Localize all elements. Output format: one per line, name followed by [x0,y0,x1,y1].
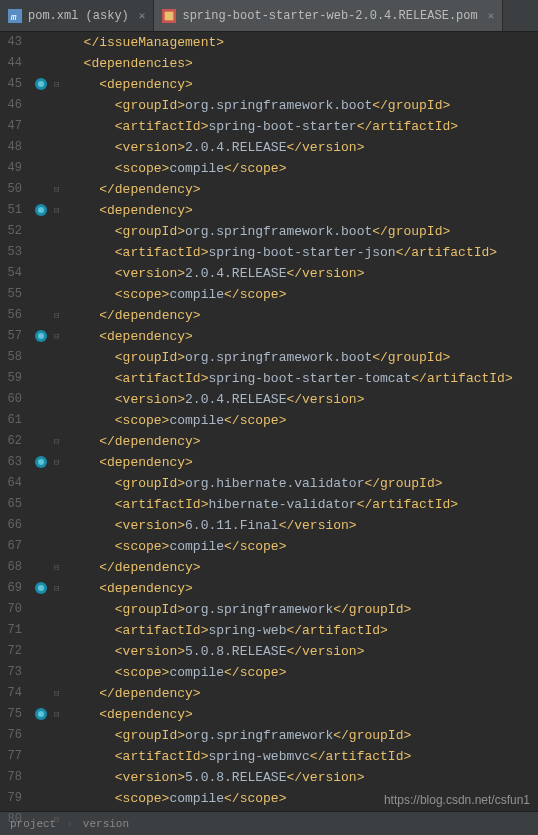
line-number: 45 [0,74,22,95]
line-number: 65 [0,494,22,515]
code-line[interactable]: </dependency> [68,557,538,578]
close-icon[interactable]: ✕ [488,9,495,22]
line-number: 72 [0,641,22,662]
code-line[interactable]: <dependency> [68,74,538,95]
line-number: 59 [0,368,22,389]
code-line[interactable]: <dependency> [68,578,538,599]
line-number: 44 [0,53,22,74]
code-line[interactable]: <artifactId>spring-boot-starter-tomcat</… [68,368,538,389]
line-number: 79 [0,788,22,809]
svg-point-13 [38,585,44,591]
fold-icon[interactable]: ⊟ [54,310,64,320]
dependency-icon[interactable] [34,203,48,217]
line-number-gutter: 4344454647484950515253545556575859606162… [0,32,28,811]
line-number: 57 [0,326,22,347]
breadcrumb-item[interactable]: version [83,818,129,830]
code-area[interactable]: </issueManagement> <dependencies> <depen… [68,32,538,811]
code-line[interactable]: </dependency> [68,431,538,452]
code-line[interactable]: </dependency> [68,179,538,200]
dependency-icon[interactable] [34,455,48,469]
line-number: 52 [0,221,22,242]
dependency-icon[interactable] [34,581,48,595]
fold-icon[interactable]: ⊟ [54,457,64,467]
close-icon[interactable]: ✕ [139,9,146,22]
code-line[interactable]: <dependency> [68,326,538,347]
code-line[interactable]: <dependency> [68,704,538,725]
svg-rect-3 [165,11,174,20]
svg-point-15 [38,711,44,717]
code-line[interactable]: <groupId>org.springframework.boot</group… [68,95,538,116]
code-line[interactable]: <version>2.0.4.RELEASE</version> [68,137,538,158]
line-number: 73 [0,662,22,683]
line-number: 60 [0,389,22,410]
line-number: 70 [0,599,22,620]
tab-pom-asky[interactable]: m pom.xml (asky) ✕ [0,0,154,31]
dependency-icon[interactable] [34,77,48,91]
fold-icon[interactable]: ⊟ [54,184,64,194]
svg-point-9 [38,333,44,339]
code-line[interactable]: <dependency> [68,200,538,221]
line-number: 43 [0,32,22,53]
code-line[interactable]: <dependencies> [68,53,538,74]
fold-icon[interactable]: ⊟ [54,562,64,572]
code-line[interactable]: <scope>compile</scope> [68,536,538,557]
breadcrumb-item[interactable]: project [10,818,56,830]
line-number: 67 [0,536,22,557]
line-number: 61 [0,410,22,431]
code-line[interactable]: <version>2.0.4.RELEASE</version> [68,389,538,410]
line-number: 62 [0,431,22,452]
line-number: 55 [0,284,22,305]
fold-icon[interactable]: ⊟ [54,688,64,698]
fold-icon[interactable]: ⊟ [54,709,64,719]
code-line[interactable]: <scope>compile</scope> [68,284,538,305]
line-number: 66 [0,515,22,536]
fold-icon[interactable]: ⊟ [54,436,64,446]
svg-point-7 [38,207,44,213]
line-number: 54 [0,263,22,284]
code-line[interactable]: <artifactId>spring-web</artifactId> [68,620,538,641]
code-line[interactable]: <groupId>org.hibernate.validator</groupI… [68,473,538,494]
code-line[interactable]: <scope>compile</scope> [68,410,538,431]
fold-icon[interactable]: ⊟ [54,814,64,824]
dependency-icon[interactable] [34,329,48,343]
code-line[interactable]: <dependency> [68,452,538,473]
fold-icon[interactable]: ⊟ [54,583,64,593]
code-line[interactable]: <version>2.0.4.RELEASE</version> [68,263,538,284]
watermark: https://blog.csdn.net/csfun1 [384,793,530,807]
line-number: 48 [0,137,22,158]
line-number: 50 [0,179,22,200]
code-line[interactable]: <artifactId>hibernate-validator</artifac… [68,494,538,515]
code-line[interactable]: <version>5.0.8.RELEASE</version> [68,641,538,662]
code-line[interactable]: <artifactId>spring-webmvc</artifactId> [68,746,538,767]
code-line[interactable]: <groupId>org.springframework</groupId> [68,725,538,746]
svg-point-11 [38,459,44,465]
line-number: 76 [0,725,22,746]
code-line[interactable]: <groupId>org.springframework</groupId> [68,599,538,620]
svg-text:m: m [11,11,17,22]
line-number: 51 [0,200,22,221]
dependency-icon[interactable] [34,707,48,721]
code-line[interactable]: </dependency> [68,809,538,811]
code-line[interactable]: <artifactId>spring-boot-starter</artifac… [68,116,538,137]
line-number: 58 [0,347,22,368]
code-line[interactable]: <version>6.0.11.Final</version> [68,515,538,536]
fold-icon[interactable]: ⊟ [54,331,64,341]
gutter-icons: ⊟⊟⊟⊟⊟⊟⊟⊟⊟⊟⊟⊟ [28,32,68,811]
code-line[interactable]: <groupId>org.springframework.boot</group… [68,221,538,242]
fold-icon[interactable]: ⊟ [54,79,64,89]
code-line[interactable]: <version>5.0.8.RELEASE</version> [68,767,538,788]
tab-spring-pom[interactable]: spring-boot-starter-web-2.0.4.RELEASE.po… [154,0,503,31]
code-editor[interactable]: 4344454647484950515253545556575859606162… [0,32,538,811]
code-line[interactable]: </issueManagement> [68,32,538,53]
editor-tabs: m pom.xml (asky) ✕ spring-boot-starter-w… [0,0,538,32]
breadcrumb[interactable]: project › version [0,811,538,835]
code-line[interactable]: </dependency> [68,305,538,326]
code-line[interactable]: <scope>compile</scope> [68,158,538,179]
line-number: 78 [0,767,22,788]
code-line[interactable]: <scope>compile</scope> [68,662,538,683]
code-line[interactable]: <groupId>org.springframework.boot</group… [68,347,538,368]
line-number: 56 [0,305,22,326]
code-line[interactable]: <artifactId>spring-boot-starter-json</ar… [68,242,538,263]
fold-icon[interactable]: ⊟ [54,205,64,215]
code-line[interactable]: </dependency> [68,683,538,704]
